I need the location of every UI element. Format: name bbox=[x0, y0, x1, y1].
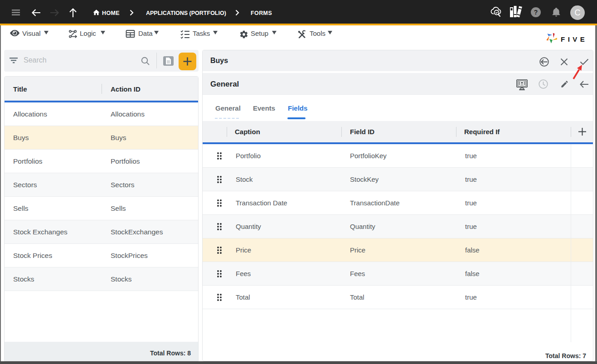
svg-text:?: ? bbox=[534, 9, 538, 16]
